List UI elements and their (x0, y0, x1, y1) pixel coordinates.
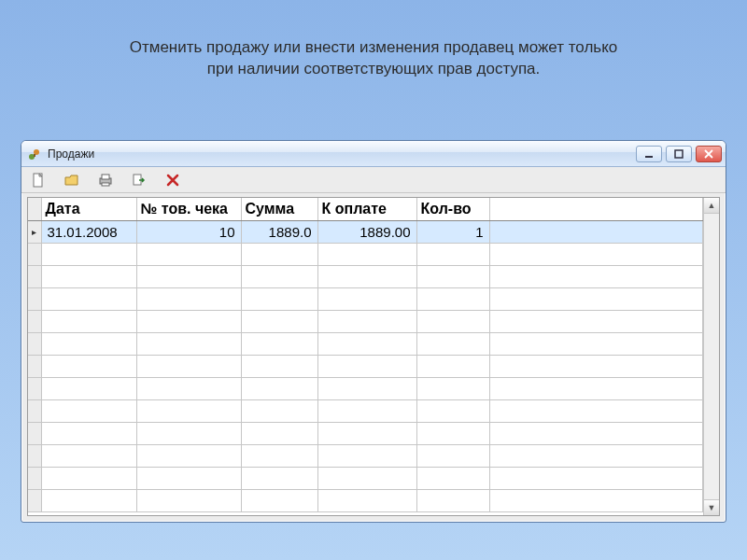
maximize-button[interactable] (666, 146, 692, 162)
cell-sum[interactable]: 1889.0 (241, 220, 317, 243)
row-indicator (28, 377, 41, 399)
row-indicator (28, 489, 41, 511)
sales-grid[interactable]: Дата № тов. чека Сумма К оплате Кол-во 3… (28, 198, 703, 512)
toolbar (21, 167, 726, 193)
caption-line2: при наличии соответствующих прав доступа… (207, 60, 541, 77)
table-row[interactable] (28, 422, 703, 444)
table-row[interactable] (28, 287, 703, 310)
table-row[interactable] (28, 310, 703, 332)
new-doc-button[interactable] (29, 171, 48, 189)
close-button[interactable] (696, 146, 722, 162)
table-row[interactable] (28, 489, 703, 511)
cell-date[interactable]: 31.01.2008 (41, 220, 136, 243)
scroll-down-arrow[interactable]: ▼ (704, 499, 719, 515)
cell-qty[interactable]: 1 (416, 220, 489, 243)
table-row[interactable] (28, 265, 703, 287)
caption-line1: Отменить продажу или внести изменения пр… (130, 38, 618, 56)
row-indicator (28, 355, 41, 377)
col-rest[interactable] (489, 198, 703, 220)
row-indicator (28, 243, 41, 265)
window-title: Продажи (48, 147, 636, 161)
cell-pay[interactable]: 1889.00 (317, 220, 416, 243)
table-row[interactable]: 31.01.2008101889.01889.001 (28, 220, 703, 243)
delete-button[interactable] (163, 171, 182, 189)
export-button[interactable] (130, 171, 148, 189)
rowhead-header (28, 198, 41, 220)
row-indicator (28, 467, 41, 489)
grid-area: Дата № тов. чека Сумма К оплате Кол-во 3… (27, 197, 720, 516)
vertical-scrollbar[interactable]: ▲ ▼ (703, 198, 719, 515)
titlebar[interactable]: Продажи (21, 141, 726, 167)
slide-caption: Отменить продажу или внести изменения пр… (0, 0, 747, 90)
table-row[interactable] (28, 377, 703, 399)
col-number[interactable]: № тов. чека (136, 198, 241, 220)
svg-rect-3 (645, 156, 653, 158)
row-indicator (28, 332, 41, 355)
col-sum[interactable]: Сумма (241, 198, 317, 220)
col-date[interactable]: Дата (41, 198, 136, 220)
grid-header-row: Дата № тов. чека Сумма К оплате Кол-во (28, 198, 703, 220)
col-qty[interactable]: Кол-во (416, 198, 489, 220)
cell-number[interactable]: 10 (136, 220, 241, 243)
print-button[interactable] (96, 171, 115, 189)
row-indicator (28, 287, 41, 310)
cell-rest[interactable] (489, 220, 703, 243)
row-indicator (28, 444, 41, 467)
col-pay[interactable]: К оплате (317, 198, 416, 220)
table-row[interactable] (28, 467, 703, 489)
table-row[interactable] (28, 243, 703, 265)
app-icon (27, 147, 42, 161)
table-row[interactable] (28, 444, 703, 467)
open-button[interactable] (63, 171, 81, 189)
table-row[interactable] (28, 399, 703, 422)
svg-rect-2 (34, 154, 35, 157)
row-indicator (28, 422, 41, 444)
scroll-up-arrow[interactable]: ▲ (704, 198, 719, 214)
table-row[interactable] (28, 355, 703, 377)
svg-rect-8 (102, 183, 109, 186)
row-indicator (28, 265, 41, 287)
row-indicator (28, 399, 41, 422)
table-row[interactable] (28, 332, 703, 355)
sales-window: Продажи (21, 140, 726, 523)
svg-rect-7 (102, 175, 109, 179)
row-indicator (28, 310, 41, 332)
row-indicator (28, 220, 41, 243)
minimize-button[interactable] (636, 146, 662, 162)
svg-rect-4 (675, 150, 683, 158)
